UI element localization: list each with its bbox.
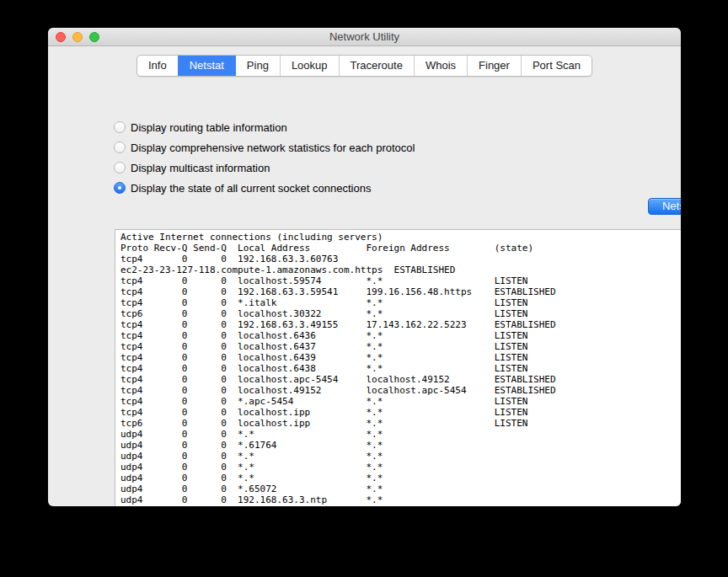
- radio-option-3[interactable]: Display the state of all current socket …: [114, 180, 415, 195]
- tab-netstat[interactable]: Netstat: [178, 56, 235, 76]
- tab-traceroute[interactable]: Traceroute: [339, 56, 414, 76]
- radio-option-label: Display multicast information: [131, 162, 270, 174]
- radio-option-label: Display the state of all current socket …: [131, 182, 371, 195]
- tab-finger[interactable]: Finger: [467, 56, 521, 76]
- radio-unselected-icon[interactable]: [114, 162, 126, 174]
- tab-bar: InfoNetstatPingLookupTracerouteWhoisFing…: [136, 55, 592, 77]
- radio-option-1[interactable]: Display comprehensive network statistics…: [114, 140, 415, 155]
- tab-port-scan[interactable]: Port Scan: [521, 56, 592, 76]
- tab-bar-row: InfoNetstatPingLookupTracerouteWhoisFing…: [48, 55, 681, 77]
- network-utility-window: Network Utility InfoNetstatPingLookupTra…: [48, 28, 681, 506]
- tab-info[interactable]: Info: [137, 56, 178, 76]
- netstat-output-text: Active Internet connections (including s…: [115, 230, 681, 506]
- tab-ping[interactable]: Ping: [235, 56, 280, 76]
- window-title: Network Utility: [48, 28, 681, 46]
- radio-option-label: Display routing table information: [131, 121, 287, 134]
- netstat-output-box[interactable]: Active Internet connections (including s…: [115, 229, 681, 506]
- radio-option-label: Display comprehensive network statistics…: [131, 142, 415, 154]
- radio-unselected-icon[interactable]: [114, 142, 126, 153]
- netstat-run-button[interactable]: Netstat: [648, 198, 681, 215]
- radio-unselected-icon[interactable]: [114, 121, 126, 133]
- radio-selected-icon[interactable]: [114, 182, 126, 194]
- tab-lookup[interactable]: Lookup: [280, 56, 339, 76]
- title-bar[interactable]: Network Utility: [48, 28, 681, 46]
- netstat-options: Display routing table informationDisplay…: [114, 120, 415, 200]
- tab-whois[interactable]: Whois: [414, 56, 467, 76]
- radio-option-2[interactable]: Display multicast information: [114, 160, 415, 175]
- radio-option-0[interactable]: Display routing table information: [114, 120, 415, 135]
